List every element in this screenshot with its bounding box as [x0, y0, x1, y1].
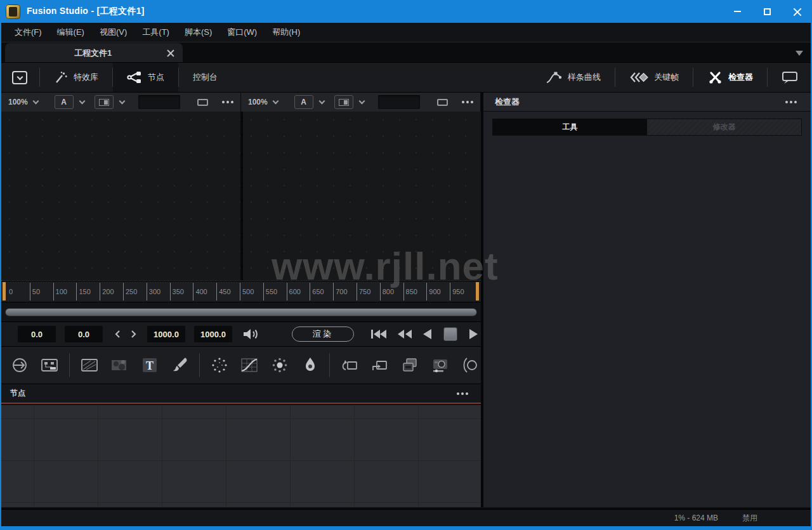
ruler-tick: 200 [100, 283, 123, 301]
inspector-header: 检查器 [483, 92, 811, 112]
viewer2-zoom-select[interactable]: 100% [248, 98, 278, 107]
minimize-icon [734, 11, 741, 12]
viewer2-frame-button[interactable] [434, 95, 452, 109]
title-bar: Fusion Studio - [工程文件1] [0, 0, 812, 23]
menu-item[interactable]: 文件(F) [7, 23, 49, 42]
viewer1-canvas[interactable] [1, 112, 240, 280]
stop-button[interactable] [443, 327, 457, 341]
tab-project[interactable]: 工程文件1 [5, 43, 183, 63]
effects-library-button[interactable]: 特效库 [40, 63, 112, 92]
nodes-panel-header: 节点 [1, 384, 481, 404]
menu-item[interactable]: 脚本(S) [177, 23, 219, 42]
floating-frame-icon [782, 70, 798, 85]
play-forward-button[interactable] [469, 328, 478, 340]
global-end-field[interactable]: 1000.0 [194, 326, 232, 342]
range-end-field[interactable]: 1000.0 [147, 326, 185, 342]
close-button[interactable] [782, 0, 812, 23]
scrollbar-thumb[interactable] [5, 308, 477, 316]
ruler-tick: 800 [380, 283, 403, 301]
ruler-tick: 50 [30, 283, 53, 301]
tool-dve-button[interactable] [369, 354, 391, 376]
viewer1-options-icon[interactable] [222, 101, 233, 103]
chevron-down-icon [32, 98, 39, 105]
viewer2-options-icon[interactable] [462, 101, 473, 103]
audio-button[interactable] [242, 328, 259, 340]
node-editor-canvas[interactable] [1, 405, 481, 507]
viewer1-channel-button[interactable]: A [55, 95, 74, 109]
window-border-left [0, 23, 1, 530]
tool-camera-button[interactable] [429, 354, 451, 376]
tool-text-button[interactable]: T [139, 354, 160, 376]
viewer2-canvas[interactable] [243, 112, 481, 280]
tab-close-icon[interactable] [167, 49, 174, 56]
node-graph-icon [127, 70, 142, 84]
chevron-down-icon[interactable] [318, 98, 325, 105]
camera-icon [431, 356, 450, 374]
ruler-tick: 650 [310, 283, 333, 301]
mask-icon [461, 356, 480, 374]
tool-background-button[interactable] [79, 354, 100, 376]
tool-blur-button[interactable] [299, 354, 321, 376]
viewer1-frame-button[interactable] [194, 95, 212, 109]
flow-view-icon [40, 356, 59, 374]
tool-media-in-button[interactable] [9, 354, 30, 376]
nodes-panel-options-icon[interactable] [457, 392, 468, 395]
speaker-icon [242, 328, 259, 340]
fast-noise-icon [110, 356, 129, 374]
time-ruler[interactable]: 0501001502002503003504004505005506006507… [1, 281, 481, 302]
window-controls [723, 0, 812, 23]
menu-item[interactable]: 窗口(W) [219, 23, 265, 42]
play-reverse-button[interactable] [422, 328, 432, 340]
inspector-options-icon[interactable] [785, 101, 797, 103]
step-back-button[interactable] [114, 330, 121, 339]
tab-modifiers[interactable]: 修改器 [647, 119, 801, 135]
step-forward-button[interactable] [131, 330, 137, 339]
nodes-panel-button[interactable]: 节点 [113, 63, 178, 92]
render-start-field[interactable]: 0.0 [18, 326, 56, 342]
range-end-handle[interactable] [476, 282, 479, 301]
viewer1-split-button[interactable] [95, 95, 114, 109]
menu-item[interactable]: 编辑(E) [49, 23, 92, 42]
toolbar-toggle-button[interactable] [12, 71, 27, 84]
nodes-label: 节点 [148, 72, 164, 83]
console-button[interactable]: 控制台 [179, 63, 232, 92]
chevron-down-icon[interactable] [119, 98, 125, 105]
ruler-tick: 450 [216, 283, 240, 301]
inspector-button[interactable]: 检查器 [693, 63, 767, 92]
spline-button[interactable]: 样条曲线 [532, 63, 615, 92]
viewer1-zoom-select[interactable]: 100% [8, 98, 38, 107]
range-start-handle[interactable] [3, 282, 6, 301]
ruler-tick: 100 [53, 283, 77, 301]
viewer2-channel-button[interactable]: A [294, 95, 313, 109]
viewer2-split-button[interactable] [334, 95, 353, 109]
render-button[interactable]: 渲染 [292, 326, 354, 342]
tool-paint-button[interactable] [169, 354, 191, 376]
window-border-bottom [0, 526, 812, 530]
memory-usage-text: 1% - 624 MB [674, 514, 718, 522]
tool-color-corrector-button[interactable] [269, 354, 291, 376]
tool-flow-button[interactable] [39, 354, 61, 376]
minimize-button[interactable] [723, 0, 752, 23]
menu-item[interactable]: 视图(V) [92, 23, 134, 42]
tool-fastnoise-button[interactable] [109, 354, 131, 376]
menu-item[interactable]: 帮助(H) [265, 23, 308, 42]
tool-transform-button[interactable] [339, 354, 360, 376]
tab-label: 工程文件1 [5, 48, 167, 59]
chevron-down-icon[interactable] [358, 98, 365, 105]
tool-mask-button[interactable] [459, 354, 481, 376]
node-tools-toolbar: T [1, 346, 481, 384]
menu-item[interactable]: 工具(T) [134, 23, 177, 42]
tool-particles-button[interactable] [209, 354, 230, 376]
floating-frame-button[interactable] [768, 63, 812, 92]
maximize-button[interactable] [752, 0, 782, 23]
tab-tools[interactable]: 工具 [493, 119, 647, 135]
keyframes-button[interactable]: 关键帧 [615, 63, 693, 92]
chevron-down-icon[interactable] [79, 98, 85, 105]
tool-color-curves-button[interactable] [239, 354, 261, 376]
current-time-field[interactable]: 0.0 [65, 326, 103, 342]
fast-reverse-button[interactable] [397, 329, 412, 339]
tab-strip: 工程文件1 [0, 42, 812, 62]
go-to-start-button[interactable] [370, 329, 387, 339]
tool-merge-button[interactable] [399, 354, 421, 376]
tab-list-caret-icon[interactable] [796, 51, 803, 56]
